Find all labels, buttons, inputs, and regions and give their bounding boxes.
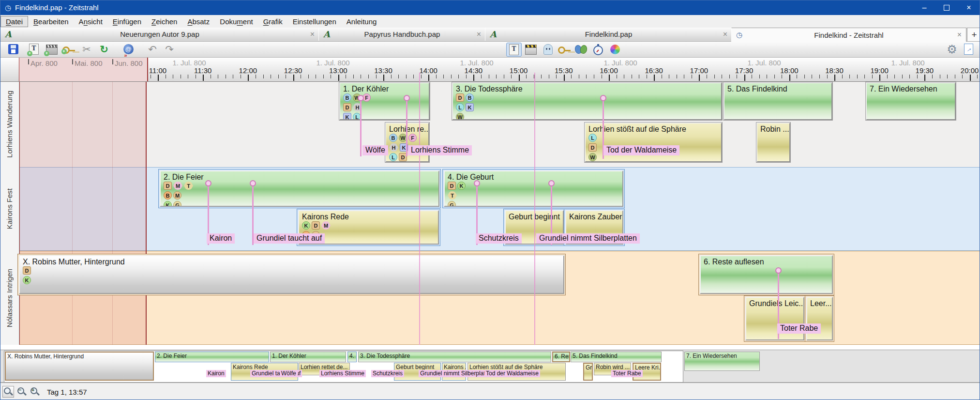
- menu-zeichen[interactable]: Zeichen: [147, 16, 182, 27]
- character-badge-m[interactable]: M: [173, 182, 182, 190]
- add-scene-button[interactable]: +: [45, 43, 59, 56]
- overview-event-label[interactable]: Tod der Waldameise: [484, 370, 540, 377]
- character-badge-k[interactable]: K: [23, 276, 31, 284]
- menu-dokument[interactable]: Dokument: [215, 16, 257, 27]
- overview-box[interactable]: 4. ..: [347, 352, 357, 362]
- tab-3[interactable]: AFindelkind.pap×: [485, 28, 732, 41]
- masks-button[interactable]: [573, 43, 588, 56]
- scene-box-reste[interactable]: 6. Reste auflesen: [700, 255, 833, 294]
- character-badge-k[interactable]: K: [343, 113, 351, 120]
- overview-box[interactable]: X. Robins Mutter, Hintergrund: [5, 352, 154, 381]
- scene-box-geburt[interactable]: 4. Die GeburtDKTG: [444, 170, 623, 207]
- character-badge-h[interactable]: H: [389, 143, 398, 152]
- clapper-button[interactable]: [524, 43, 538, 56]
- scene-box-leere[interactable]: Leer...: [806, 297, 833, 340]
- key-button[interactable]: [558, 43, 572, 56]
- save-button[interactable]: [6, 43, 20, 56]
- overview-event-label[interactable]: Toter Rabe: [611, 370, 643, 377]
- overview-box[interactable]: 3. Die Todessphäre: [358, 352, 551, 362]
- character-badge-d[interactable]: D: [343, 103, 351, 111]
- character-badge-w[interactable]: W: [456, 113, 464, 120]
- character-badge-d[interactable]: D: [588, 143, 597, 152]
- overview-event-label[interactable]: Wölfe: [280, 370, 298, 377]
- refresh-button[interactable]: ↻: [97, 43, 111, 56]
- character-badge-b[interactable]: B: [164, 191, 172, 200]
- character-badge-m[interactable]: M: [321, 221, 331, 230]
- scene-box-lorhien-sphaere[interactable]: Lorhien stößt auf die SphäreLDW: [585, 123, 722, 162]
- character-badge-k[interactable]: K: [164, 201, 172, 207]
- character-badge-b[interactable]: B: [466, 93, 474, 102]
- event-label[interactable]: Grundiel nimmt Silberplatten: [536, 233, 640, 244]
- redo-button[interactable]: ↷: [162, 43, 177, 56]
- event-label[interactable]: Grundiel taucht auf: [254, 233, 325, 244]
- event-handle[interactable]: [250, 180, 256, 186]
- character-badge-b[interactable]: B: [343, 93, 351, 102]
- event-label[interactable]: Schutzkreis: [476, 233, 522, 244]
- add-key-button[interactable]: +: [62, 43, 76, 56]
- character-badge-t[interactable]: T: [448, 191, 457, 200]
- overview-box[interactable]: 6. Reste: [552, 352, 570, 362]
- character-badge-l[interactable]: L: [389, 153, 397, 161]
- timeline-ruler[interactable]: Apr. 800Mai. 800Jun. 8001. Jul. 8001. Ju…: [0, 57, 980, 82]
- scene-box-todessphaere[interactable]: 3. Die TodessphäreDBLKW: [452, 82, 722, 120]
- colorwheel-button[interactable]: [608, 43, 622, 56]
- export-button[interactable]: [961, 43, 976, 56]
- tab-close-icon[interactable]: ×: [723, 30, 727, 39]
- scene-box-grundiels-leiche[interactable]: Grundiels Leic...: [745, 297, 804, 340]
- cut-button[interactable]: ✂: [79, 43, 94, 56]
- event-label[interactable]: Tod der Waldameise: [603, 145, 679, 155]
- zoom-out-icon[interactable]: −: [16, 386, 27, 397]
- scene-box-wiedersehen[interactable]: 7. Ein Wiedersehen: [866, 82, 956, 120]
- overview-event-label[interactable]: Kairon: [206, 370, 226, 377]
- overview-box[interactable]: 5. Das Findelkind: [571, 352, 662, 362]
- overview-box[interactable]: 2. Die Feier: [155, 352, 269, 362]
- overview-event-label[interactable]: Lorhiens Stimme: [319, 370, 366, 377]
- event-handle[interactable]: [775, 267, 782, 274]
- stopwatch-button[interactable]: [591, 43, 605, 56]
- character-badge-t[interactable]: T: [184, 182, 193, 190]
- event-handle[interactable]: [548, 180, 555, 186]
- tab-close-icon[interactable]: ×: [957, 31, 962, 39]
- character-badge-l[interactable]: L: [588, 134, 597, 142]
- event-handle[interactable]: [205, 180, 211, 186]
- event-label[interactable]: Toter Rabe: [777, 323, 821, 334]
- character-badge-d[interactable]: D: [23, 266, 31, 275]
- character-badge-k[interactable]: K: [457, 182, 466, 190]
- event-label[interactable]: Kairon: [207, 233, 235, 244]
- text-lectern-button[interactable]: [506, 43, 522, 57]
- menu-anleitung[interactable]: Anleitung: [342, 16, 382, 27]
- scene-box-koehler[interactable]: 1. Der KöhlerBWFDHKL: [339, 82, 430, 120]
- overview-box[interactable]: Gru...: [583, 363, 593, 381]
- character-badge-d[interactable]: D: [312, 221, 320, 230]
- close-button[interactable]: ×: [958, 0, 980, 15]
- character-badge-g[interactable]: G: [173, 201, 181, 207]
- tab-close-icon[interactable]: ×: [477, 30, 481, 39]
- event-label[interactable]: Lorhiens Stimme: [408, 145, 472, 155]
- tab-4[interactable]: ◷Findelkind - Zeitstrahl×: [731, 28, 966, 42]
- menu-einfgen[interactable]: Einfügen: [108, 16, 146, 27]
- event-handle[interactable]: [600, 95, 606, 101]
- character-badge-l[interactable]: L: [456, 103, 464, 111]
- menu-datei[interactable]: Datei: [0, 16, 28, 27]
- character-badge-k[interactable]: K: [466, 103, 474, 111]
- event-handle[interactable]: [404, 95, 410, 101]
- character-badge-g[interactable]: G: [448, 201, 456, 207]
- tab-2[interactable]: APapyrus Handbuch.pap×: [318, 28, 486, 41]
- add-chapter-button[interactable]: +: [27, 43, 41, 56]
- menu-einstellungen[interactable]: Einstellungen: [288, 16, 341, 27]
- scene-box-feier[interactable]: 2. Die FeierDMTBMKG: [160, 170, 439, 207]
- scene-box-robin[interactable]: Robin ...: [756, 123, 790, 162]
- character-badge-d[interactable]: D: [448, 182, 456, 190]
- character-badge-f[interactable]: F: [408, 134, 417, 142]
- character-badge-b[interactable]: B: [389, 134, 397, 142]
- event-handle[interactable]: [358, 95, 364, 101]
- settings-button[interactable]: ⚙: [945, 43, 959, 56]
- character-badge-d[interactable]: D: [456, 93, 464, 102]
- scene-box-robins-mutter[interactable]: X. Robins Mutter, HintergrundDK: [19, 255, 564, 294]
- event-handle[interactable]: [474, 180, 480, 186]
- ghost-button[interactable]: [541, 43, 555, 56]
- overview-event-label[interactable]: Grundiel nimmt Silberplatt...: [419, 370, 493, 377]
- scene-box-das-findelkind[interactable]: 5. Das Findelkind: [724, 82, 832, 120]
- zoom-fit-icon[interactable]: [2, 386, 14, 398]
- overview-box[interactable]: 7. Ein Wiedersehen: [684, 352, 760, 371]
